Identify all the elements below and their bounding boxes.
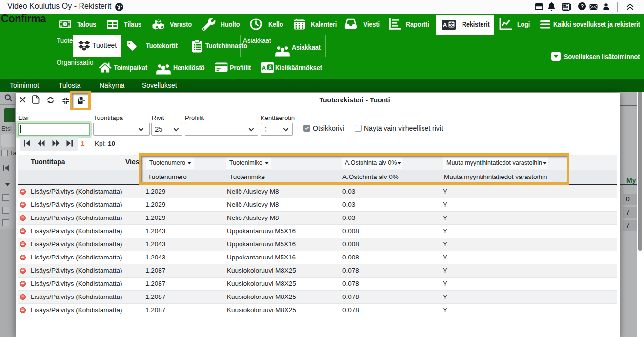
svg-text:文: 文 [449,22,454,27]
svg-text:A: A [443,22,447,29]
svg-text:1: 1 [64,22,66,26]
svg-text:A: A [262,65,266,71]
svg-text:文: 文 [268,64,273,70]
svg-text:?: ? [581,3,584,9]
